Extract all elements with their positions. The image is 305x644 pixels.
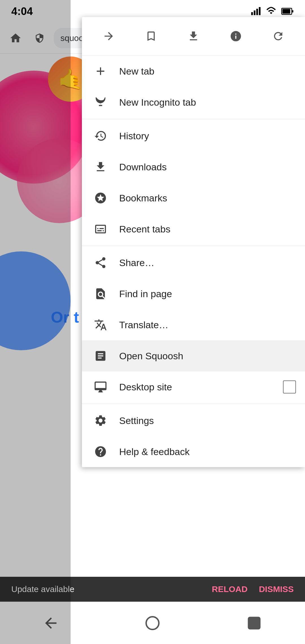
history-icon [91, 126, 110, 145]
context-menu: New tabNew Incognito tabHistoryDownloads… [82, 17, 305, 467]
menu-toolbar [82, 17, 305, 56]
find-in-page-icon [91, 284, 110, 303]
bookmark-button[interactable] [140, 25, 162, 47]
overlay-dim [0, 0, 71, 644]
menu-item-help-feedback[interactable]: Help & feedback [82, 436, 305, 467]
svg-rect-5 [282, 9, 290, 14]
signal-icon [251, 6, 261, 16]
menu-item-label-history: History [119, 130, 296, 142]
menu-item-bookmarks[interactable]: Bookmarks [82, 182, 305, 214]
wifi-icon [266, 6, 276, 16]
svg-rect-3 [259, 7, 261, 15]
help-feedback-icon [91, 442, 110, 461]
menu-item-desktop-site[interactable]: Desktop site [82, 371, 305, 402]
battery-icon [281, 6, 294, 16]
menu-item-label-open-squoosh: Open Squoosh [119, 351, 296, 362]
svg-point-7 [146, 617, 159, 629]
new-tab-icon [91, 62, 110, 81]
home-nav-button[interactable] [138, 609, 167, 637]
recents-nav-button[interactable] [240, 609, 268, 637]
menu-item-label-settings: Settings [119, 415, 296, 426]
menu-item-label-bookmarks: Bookmarks [119, 193, 296, 204]
menu-items-list: New tabNew Incognito tabHistoryDownloads… [82, 56, 305, 467]
menu-item-label-downloads: Downloads [119, 162, 296, 173]
forward-button[interactable] [97, 25, 120, 47]
downloads-icon [91, 157, 110, 177]
menu-item-settings[interactable]: Settings [82, 405, 305, 436]
menu-item-downloads[interactable]: Downloads [82, 151, 305, 182]
svg-rect-1 [254, 10, 256, 15]
menu-item-share[interactable]: Share… [82, 247, 305, 278]
menu-item-label-new-incognito-tab: New Incognito tab [119, 97, 296, 108]
menu-item-label-recent-tabs: Recent tabs [119, 224, 296, 235]
menu-item-label-share: Share… [119, 257, 296, 268]
download-button[interactable] [182, 25, 205, 47]
menu-item-recent-tabs[interactable]: Recent tabs [82, 214, 305, 245]
new-incognito-tab-icon [91, 93, 110, 112]
menu-item-label-help-feedback: Help & feedback [119, 446, 296, 457]
menu-item-label-translate: Translate… [119, 319, 296, 330]
settings-icon [91, 411, 110, 430]
bookmarks-icon [91, 188, 110, 208]
menu-item-label-desktop-site: Desktop site [119, 382, 283, 393]
menu-item-find-in-page[interactable]: Find in page [82, 278, 305, 309]
svg-rect-6 [292, 10, 293, 12]
reload-button[interactable]: RELOAD [212, 584, 248, 594]
translate-icon [91, 315, 110, 334]
update-actions: RELOAD DISMISS [212, 584, 294, 594]
svg-rect-8 [249, 617, 260, 629]
recent-tabs-icon [91, 219, 110, 239]
menu-item-new-incognito-tab[interactable]: New Incognito tab [82, 87, 305, 118]
desktop-site-checkbox[interactable] [283, 380, 296, 393]
divider-after-recent-tabs [82, 246, 305, 246]
menu-item-label-find-in-page: Find in page [119, 288, 296, 299]
info-button[interactable] [225, 25, 247, 47]
menu-item-new-tab[interactable]: New tab [82, 56, 305, 87]
svg-rect-0 [251, 12, 253, 15]
menu-item-open-squoosh[interactable]: Open Squoosh [82, 340, 305, 371]
status-icons [251, 6, 294, 16]
dismiss-button[interactable]: DISMISS [259, 584, 294, 594]
share-icon [91, 253, 110, 272]
divider-after-desktop-site [82, 404, 305, 404]
menu-item-history[interactable]: History [82, 120, 305, 151]
desktop-site-icon [91, 377, 110, 397]
svg-rect-2 [256, 9, 258, 15]
divider-after-new-incognito-tab [82, 119, 305, 119]
menu-item-translate[interactable]: Translate… [82, 309, 305, 340]
menu-item-label-new-tab: New tab [119, 66, 296, 77]
refresh-button[interactable] [267, 25, 289, 47]
open-squoosh-icon [91, 346, 110, 365]
